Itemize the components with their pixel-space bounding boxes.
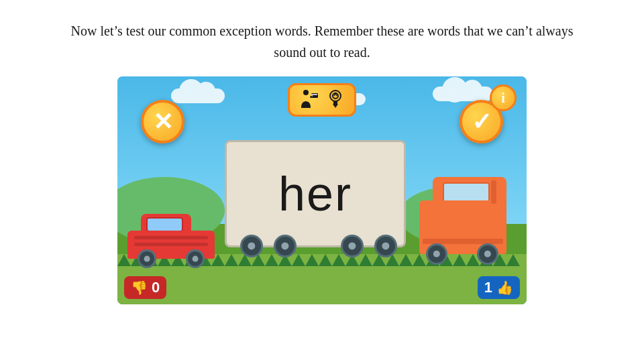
wrong-button[interactable]: ✕ xyxy=(141,100,184,143)
cab-wheel-1 xyxy=(426,243,447,265)
cloud-1 xyxy=(171,88,225,103)
teacher-icon xyxy=(298,89,319,111)
touch-icon xyxy=(325,89,346,111)
car-window xyxy=(146,217,183,232)
svg-point-3 xyxy=(303,90,309,95)
top-icons-group[interactable] xyxy=(288,83,356,117)
displayed-word: her xyxy=(278,166,352,221)
instruction-icons[interactable] xyxy=(288,83,356,117)
car-stripe-1 xyxy=(134,236,208,239)
game-container: her xyxy=(117,76,527,304)
page-container: Now let’s test our common exception word… xyxy=(0,0,644,362)
red-car xyxy=(127,215,215,259)
correct-score: 1 xyxy=(484,279,492,296)
wrong-score-bar: 👎 0 xyxy=(124,276,166,299)
exhaust-pipe xyxy=(491,180,496,204)
car-stripe-2 xyxy=(134,243,208,246)
trailer-wheel-4 xyxy=(374,235,397,257)
svg-line-4 xyxy=(311,96,311,98)
info-button[interactable]: i xyxy=(490,84,517,111)
correct-score-bar: 1 👍 xyxy=(478,276,520,299)
word-trailer: her xyxy=(225,140,406,247)
trailer-wheel-2 xyxy=(274,235,297,257)
car-wheel-1 xyxy=(138,249,156,268)
wrong-score: 0 xyxy=(152,279,160,296)
info-icon-label: i xyxy=(501,90,505,106)
check-icon: ✓ xyxy=(472,110,492,134)
car-wheel-2 xyxy=(186,249,205,268)
trailer-wheel-1 xyxy=(240,235,263,257)
cloud-3 xyxy=(433,86,493,101)
line1: Now let’s test our common exception word… xyxy=(71,23,574,38)
trailer-wheel-3 xyxy=(341,235,364,257)
description-text: Now let’s test our common exception word… xyxy=(34,20,610,63)
cab-wheel-2 xyxy=(477,243,498,265)
thumbsup-icon: 👍 xyxy=(496,280,513,296)
wrong-icon: ✕ xyxy=(153,110,173,134)
truck-cab xyxy=(419,180,506,254)
line2: sound out to read. xyxy=(274,45,370,60)
svg-rect-7 xyxy=(333,101,337,106)
thumbsdown-icon: 👎 xyxy=(131,280,148,296)
